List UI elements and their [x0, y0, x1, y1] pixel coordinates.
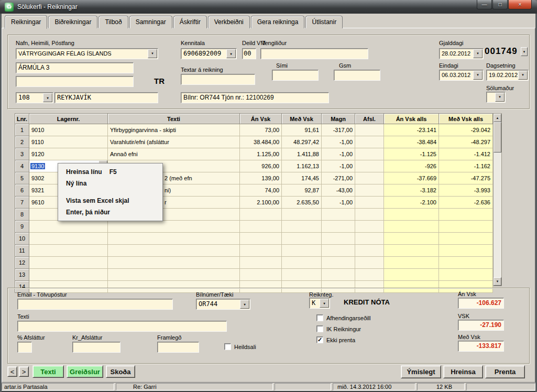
- cell[interactable]: [240, 257, 282, 269]
- ymislegt-button[interactable]: Ýmislegt: [401, 365, 441, 378]
- cell[interactable]: -317,00: [322, 124, 355, 136]
- cell[interactable]: [29, 257, 108, 269]
- cell[interactable]: -37.669: [384, 172, 439, 184]
- checkbox-afhendingarsedill[interactable]: Afhendingarseðill: [316, 314, 370, 321]
- cell[interactable]: [384, 269, 439, 281]
- close-button[interactable]: ×: [508, 0, 532, 9]
- row-number[interactable]: 12: [15, 257, 29, 269]
- eindagi-select[interactable]: 06.03.2012 ▼: [439, 70, 484, 81]
- cell[interactable]: [355, 197, 384, 209]
- cell[interactable]: -1.162: [439, 160, 493, 172]
- scrollbar-thumb[interactable]: [494, 122, 501, 153]
- cell[interactable]: [355, 124, 384, 136]
- checkbox-icon[interactable]: [224, 343, 231, 350]
- row-number[interactable]: 6: [15, 184, 29, 197]
- row-number[interactable]: 11: [15, 245, 29, 257]
- row-number[interactable]: 13: [15, 269, 29, 281]
- next-button[interactable]: >: [19, 366, 29, 377]
- cell[interactable]: -38.484: [384, 136, 439, 148]
- cell[interactable]: 38.484,00: [240, 136, 282, 148]
- cell[interactable]: [384, 245, 439, 257]
- cell[interactable]: -2.100: [384, 197, 439, 209]
- cell[interactable]: -1,00: [322, 197, 355, 209]
- cell[interactable]: [384, 233, 439, 245]
- menu-item[interactable]: Ný lína: [58, 178, 162, 189]
- row-number[interactable]: 1: [15, 124, 29, 136]
- cell[interactable]: [439, 257, 493, 269]
- tengilidur-field[interactable]: [260, 48, 368, 59]
- cell[interactable]: [439, 233, 493, 245]
- table-scrollbar[interactable]: ▲ ▼: [493, 113, 502, 286]
- row-number[interactable]: 10: [15, 233, 29, 245]
- cell[interactable]: -1.125: [384, 148, 439, 160]
- cell[interactable]: [322, 245, 355, 257]
- scroll-down-icon[interactable]: ▼: [494, 277, 501, 286]
- cell[interactable]: 74,00: [240, 184, 282, 197]
- cell[interactable]: 1.125,00: [240, 148, 282, 160]
- dropdown-arrow-icon[interactable]: ▼: [518, 71, 528, 80]
- hreinsa-button[interactable]: Hreinsa: [443, 365, 483, 378]
- deild-field[interactable]: 00: [242, 48, 256, 59]
- cell[interactable]: [355, 221, 384, 233]
- cell[interactable]: [240, 209, 282, 221]
- cell[interactable]: 174,45: [282, 172, 322, 184]
- scroll-up-icon[interactable]: ▲: [494, 114, 501, 122]
- cell[interactable]: [282, 233, 322, 245]
- tab-áskriftir[interactable]: Áskriftir: [173, 16, 207, 28]
- cell[interactable]: 92,87: [282, 184, 322, 197]
- lagernr-edit-value[interactable]: 9130: [30, 163, 45, 169]
- cell[interactable]: [29, 233, 108, 245]
- row-number[interactable]: 7: [15, 197, 29, 209]
- cell[interactable]: [439, 209, 493, 221]
- cell[interactable]: [355, 245, 384, 257]
- gjalddagi-select[interactable]: 28.02.2012 ▼: [439, 48, 484, 59]
- cell[interactable]: -3.182: [384, 184, 439, 197]
- cell[interactable]: [240, 245, 282, 257]
- row-number[interactable]: 5: [15, 172, 29, 184]
- tab-verkbeiðni[interactable]: Verkbeiðni: [208, 16, 250, 28]
- kennitala-select[interactable]: 6906892009 ▼: [181, 48, 237, 59]
- cell[interactable]: -271,00: [322, 172, 355, 184]
- cell[interactable]: [355, 148, 384, 160]
- checkbox-ekki-prenta[interactable]: ✓ Ekki prenta: [316, 336, 355, 343]
- cell[interactable]: [439, 245, 493, 257]
- cell[interactable]: 9010: [29, 124, 108, 136]
- cell[interactable]: [108, 269, 240, 281]
- cell[interactable]: [384, 257, 439, 269]
- dropdown-arrow-icon[interactable]: ▼: [240, 300, 249, 309]
- checkbox-ik-reikningur[interactable]: IK Reikningur: [316, 325, 361, 332]
- bilnr-field[interactable]: Bílnr: OR744 Tjón nr.: 12100269: [181, 92, 329, 103]
- bilnumer-select[interactable]: OR744 ▼: [196, 299, 250, 310]
- row-number[interactable]: 2: [15, 136, 29, 148]
- cell[interactable]: [384, 221, 439, 233]
- row-number[interactable]: 4: [15, 160, 29, 172]
- cell[interactable]: -47.275: [439, 172, 493, 184]
- textar-field[interactable]: [181, 74, 255, 85]
- cell[interactable]: -48.297: [439, 136, 493, 148]
- dagsetning-select[interactable]: 19.02.2012 ▼: [486, 70, 529, 81]
- dropdown-arrow-icon[interactable]: ▼: [473, 49, 483, 58]
- checkbox-icon[interactable]: ✓: [316, 336, 323, 343]
- cell[interactable]: -2.636: [439, 197, 493, 209]
- texti-field[interactable]: [17, 321, 227, 332]
- tab-samningar[interactable]: Samningar: [129, 16, 172, 28]
- cell[interactable]: [439, 221, 493, 233]
- cell[interactable]: [322, 269, 355, 281]
- cell[interactable]: [240, 269, 282, 281]
- cell[interactable]: -29.042: [439, 124, 493, 136]
- cell[interactable]: [355, 172, 384, 184]
- cell[interactable]: [282, 257, 322, 269]
- cell[interactable]: [322, 221, 355, 233]
- customer-name-select[interactable]: VÁTRYGGINGAR FÉLAG ÍSLANDS ▼: [16, 48, 158, 59]
- row-number[interactable]: 3: [15, 148, 29, 160]
- checkbox-heildsali[interactable]: Heildsali: [224, 343, 256, 350]
- cell[interactable]: [108, 257, 240, 269]
- texti-button[interactable]: Texti: [32, 365, 64, 378]
- cell[interactable]: [108, 221, 240, 233]
- checkbox-icon[interactable]: [316, 314, 323, 321]
- gsm-field[interactable]: [334, 70, 380, 81]
- dropdown-arrow-icon[interactable]: ▼: [226, 49, 236, 58]
- cell[interactable]: -1.412: [439, 148, 493, 160]
- cell[interactable]: -1,00: [322, 148, 355, 160]
- solumadur-select[interactable]: ▼: [486, 92, 506, 103]
